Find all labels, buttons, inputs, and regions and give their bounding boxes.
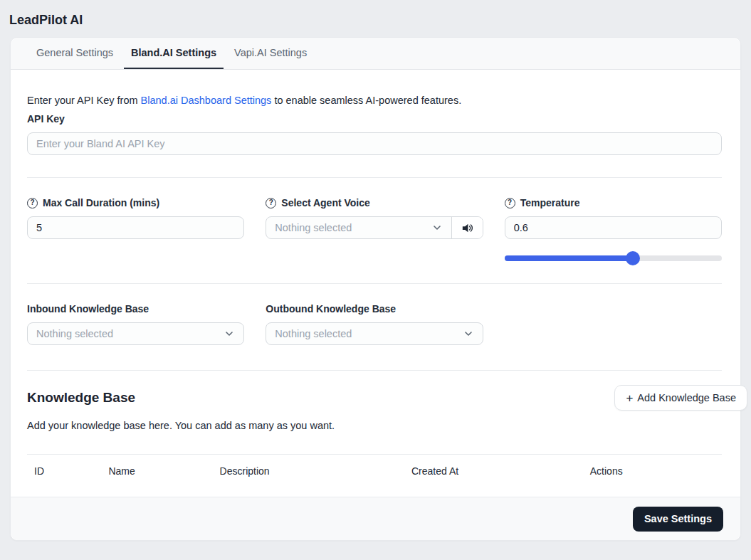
knowledge-base-table: ID Name Description Created At Actions xyxy=(27,454,722,482)
speaker-icon xyxy=(461,221,474,235)
section-divider xyxy=(27,283,722,284)
temperature-slider-thumb[interactable] xyxy=(626,251,640,265)
tab-bar: General Settings Bland.AI Settings Vapi.… xyxy=(11,38,740,70)
outbound-kb-label: Outbound Knowledge Base xyxy=(266,303,396,315)
temperature-label: Temperature xyxy=(520,197,580,208)
chevron-down-icon xyxy=(431,222,443,233)
max-call-duration-label-row: ? Max Call Duration (mins) xyxy=(27,197,244,208)
api-key-label: API Key xyxy=(27,114,722,124)
outbound-kb-selected-value: Nothing selected xyxy=(275,328,462,339)
temperature-slider-fill xyxy=(505,255,633,261)
section-divider xyxy=(27,370,722,371)
bland-dashboard-link[interactable]: Bland.ai Dashboard Settings xyxy=(141,95,272,106)
agent-voice-select[interactable]: Nothing selected xyxy=(266,217,451,238)
tab-general-settings[interactable]: General Settings xyxy=(29,38,120,69)
inbound-kb-label: Inbound Knowledge Base xyxy=(27,303,149,315)
chevron-down-icon xyxy=(463,328,474,339)
inbound-kb-field: Inbound Knowledge Base Nothing selected xyxy=(27,303,244,345)
empty-grid-cell xyxy=(505,303,722,345)
column-header-created-at: Created At xyxy=(404,455,583,483)
add-knowledge-base-button-label: Add Knowledge Base xyxy=(637,392,736,403)
inbound-kb-selected-value: Nothing selected xyxy=(36,328,224,339)
column-header-name: Name xyxy=(101,455,212,483)
save-settings-button[interactable]: Save Settings xyxy=(633,507,723,532)
outbound-kb-label-row: Outbound Knowledge Base xyxy=(266,303,483,315)
card-footer: Save Settings xyxy=(11,497,740,540)
agent-voice-field: ? Select Agent Voice Nothing selected xyxy=(266,197,483,262)
max-call-duration-input[interactable] xyxy=(27,216,244,239)
call-settings-row: ? Max Call Duration (mins) ? Select Agen… xyxy=(27,197,722,262)
page: LeadPilot AI General Settings Bland.AI S… xyxy=(0,0,751,541)
column-header-actions: Actions xyxy=(583,455,722,483)
column-header-id: ID xyxy=(27,455,101,483)
inbound-kb-label-row: Inbound Knowledge Base xyxy=(27,303,244,315)
temperature-field: ? Temperature xyxy=(505,197,722,262)
knowledge-selects-row: Inbound Knowledge Base Nothing selected … xyxy=(27,303,722,345)
api-key-input[interactable] xyxy=(27,132,722,155)
section-divider xyxy=(27,177,722,178)
agent-voice-selected-value: Nothing selected xyxy=(275,222,431,233)
knowledge-base-title: Knowledge Base xyxy=(27,390,135,406)
help-icon: ? xyxy=(505,198,515,208)
outbound-kb-select[interactable]: Nothing selected xyxy=(266,322,483,345)
help-icon: ? xyxy=(266,198,276,208)
tab-panel-bland-ai: Enter your API Key from Bland.ai Dashboa… xyxy=(11,70,740,497)
knowledge-base-header: Knowledge Base + Add Knowledge Base xyxy=(27,385,722,411)
tab-vapi-ai-settings[interactable]: Vapi.AI Settings xyxy=(227,38,314,69)
intro-text-suffix: to enable seamless AI-powered features. xyxy=(271,95,461,106)
help-icon: ? xyxy=(27,198,38,208)
play-voice-button[interactable] xyxy=(451,217,483,238)
tab-bland-ai-settings[interactable]: Bland.AI Settings xyxy=(124,38,224,69)
chevron-down-icon xyxy=(224,328,235,339)
settings-card: General Settings Bland.AI Settings Vapi.… xyxy=(10,37,741,541)
agent-voice-label-row: ? Select Agent Voice xyxy=(266,197,483,208)
max-call-duration-field: ? Max Call Duration (mins) xyxy=(27,197,244,262)
page-title: LeadPilot AI xyxy=(9,13,741,28)
column-header-description: Description xyxy=(213,455,404,483)
table-header-row: ID Name Description Created At Actions xyxy=(27,455,722,483)
max-call-duration-label: Max Call Duration (mins) xyxy=(43,197,159,208)
agent-voice-group: Nothing selected xyxy=(266,216,483,239)
add-knowledge-base-button[interactable]: + Add Knowledge Base xyxy=(614,385,747,411)
knowledge-base-subtitle: Add your knowledge base here. You can ad… xyxy=(27,420,722,431)
temperature-slider[interactable] xyxy=(505,255,722,262)
temperature-label-row: ? Temperature xyxy=(505,197,722,208)
inbound-kb-select[interactable]: Nothing selected xyxy=(27,322,244,345)
intro-text-prefix: Enter your API Key from xyxy=(27,95,141,106)
outbound-kb-field: Outbound Knowledge Base Nothing selected xyxy=(266,303,483,345)
plus-icon: + xyxy=(626,392,633,404)
agent-voice-label: Select Agent Voice xyxy=(281,197,369,208)
api-key-intro: Enter your API Key from Bland.ai Dashboa… xyxy=(27,93,722,107)
temperature-input[interactable] xyxy=(505,216,722,239)
